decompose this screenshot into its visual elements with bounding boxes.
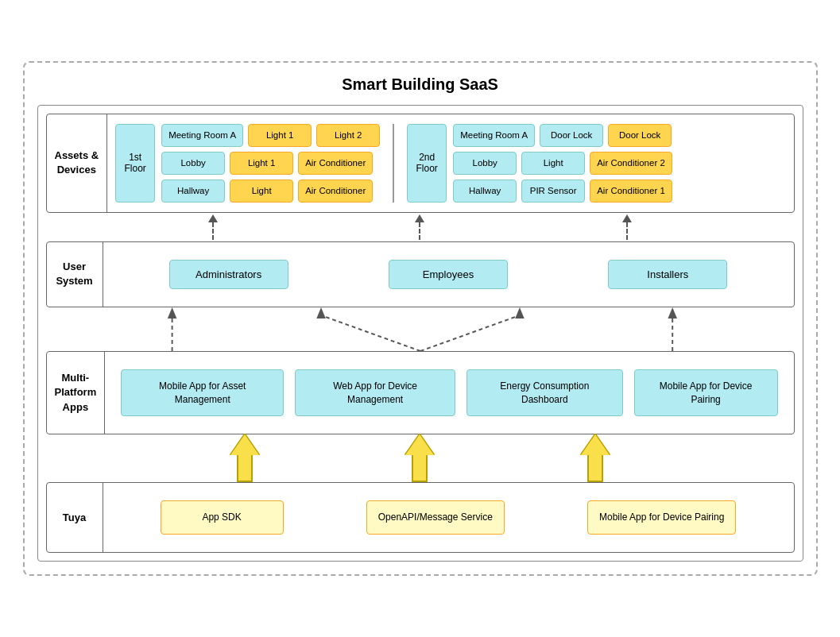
mobile-asset-app: Mobile App for Asset Management [121,369,284,417]
mobile-pairing-app: Mobile App for Device Pairing [634,369,778,417]
ac1-floor2: Air Conditioner 1 [590,180,672,203]
tuya-section: Tuya App SDK OpenAPI/Message Service Mob… [46,482,795,553]
floor-1-row-3: Hallway Light Air Conditioner [161,180,380,203]
openapi-box: OpenAPI/Message Service [366,500,505,535]
connector-area [46,307,795,351]
outer-container: Smart Building SaaS Assets &Devices 1stF… [23,61,818,576]
administrators-box: Administrators [169,260,288,289]
svg-line-4 [420,315,520,351]
tuya-mobile-pairing-box: Mobile App for Device Pairing [587,500,736,535]
arrow-line-3 [626,222,628,240]
floor-2-label: 2ndFloor [407,124,447,203]
arrow-row-1 [46,213,795,241]
light-2-floor1: Light 2 [316,124,380,147]
svg-marker-5 [515,307,525,318]
yellow-arrow-head-2 [405,434,434,455]
arrow-line-2 [419,222,420,240]
arrow-head-3 [622,214,632,222]
yellow-arrow-head-1 [230,434,259,455]
dashed-arrow-1 [208,214,218,240]
svg-marker-3 [316,307,326,318]
connector-svg [46,307,795,351]
light-floor1: Light [230,180,293,203]
meeting-room-a-2: Meeting Room A [453,124,535,147]
light-1-floor1: Light 1 [248,124,312,147]
main-title: Smart Building SaaS [37,75,803,94]
floor-2-row-2: Lobby Light Air Conditioner 2 [453,152,672,175]
floor-2-block: 2ndFloor Meeting Room A Door Lock Door L… [407,124,672,203]
meeting-room-a-1: Meeting Room A [161,124,243,147]
hallway-2: Hallway [453,180,517,203]
installers-box: Installers [608,260,727,289]
floor-1-row-2: Lobby Light 1 Air Conditioner [161,152,380,175]
user-system-content: Administrators Employees Installers [103,242,794,307]
floor-2-rooms: Meeting Room A Door Lock Door Lock Lobby… [453,124,672,203]
energy-dashboard: Energy Consumption Dashboard [466,369,623,417]
lobby-2: Lobby [453,152,517,175]
floor-1-block: 1stFloor Meeting Room A Light 1 Light 2 … [115,124,380,203]
employees-box: Employees [389,260,508,289]
app-sdk-box: App SDK [161,500,284,535]
users-row: Administrators Employees Installers [111,252,786,297]
tuya-row: App SDK OpenAPI/Message Service Mobile A… [111,492,786,542]
arrow-head-2 [415,214,424,222]
arrow-line-1 [212,222,214,240]
svg-marker-1 [167,307,176,318]
dashed-arrow-2 [415,214,424,240]
apps-section: Multi-PlatformApps Mobile App for Asset … [46,351,795,435]
yellow-arrow-shaft-2 [412,455,428,482]
floor-1-row-1: Meeting Room A Light 1 Light 2 [161,124,380,147]
apps-label: Multi-PlatformApps [47,352,105,434]
yellow-arrow-shaft-3 [587,455,603,482]
yellow-arrow-shaft-1 [237,455,253,482]
lobby-1: Lobby [161,152,225,175]
yellow-arrow-head-3 [581,434,610,455]
yellow-arrow-3 [581,434,610,482]
ac2-floor2: Air Conditioner 2 [590,152,672,175]
door-lock-room: Door Lock [540,124,603,147]
hallway-1: Hallway [161,180,225,203]
pir-sensor: PIR Sensor [521,180,585,203]
user-system-section: UserSystem Administrators Employees Inst… [46,241,795,307]
assets-grid: 1stFloor Meeting Room A Light 1 Light 2 … [115,124,785,203]
ac-floor1: Air Conditioner [298,152,373,175]
light-room-2: Light [521,152,585,175]
dashed-arrow-3 [622,214,632,240]
svg-marker-7 [668,307,677,318]
apps-content: Mobile App for Asset Management Web App … [104,352,793,434]
floor-2-row-1: Meeting Room A Door Lock Door Lock [453,124,672,147]
user-system-label: UserSystem [47,242,103,307]
tuya-content: App SDK OpenAPI/Message Service Mobile A… [103,483,794,552]
yellow-arrow-2 [405,434,434,482]
ac2-floor1: Air Conditioner [298,180,373,203]
assets-section: Assets &Devices 1stFloor Meeting Room A … [46,114,795,213]
apps-row: Mobile App for Asset Management Web App … [113,361,785,425]
tuya-label: Tuya [47,483,103,552]
assets-label: Assets &Devices [47,114,107,212]
floor-2-row-3: Hallway PIR Sensor Air Conditioner 1 [453,180,672,203]
floor-divider [393,124,394,203]
door-lock-device: Door Lock [608,124,672,147]
floor-1-label: 1stFloor [115,124,155,203]
light-1b-floor1: Light 1 [230,152,293,175]
assets-content: 1stFloor Meeting Room A Light 1 Light 2 … [106,114,793,212]
web-device-app: Web App for Device Management [295,369,455,417]
yellow-arrows-row [46,434,795,482]
floor-1-rooms: Meeting Room A Light 1 Light 2 Lobby Lig… [161,124,380,203]
yellow-arrow-1 [230,434,259,482]
svg-line-2 [321,315,420,351]
arrow-head-1 [208,214,218,222]
